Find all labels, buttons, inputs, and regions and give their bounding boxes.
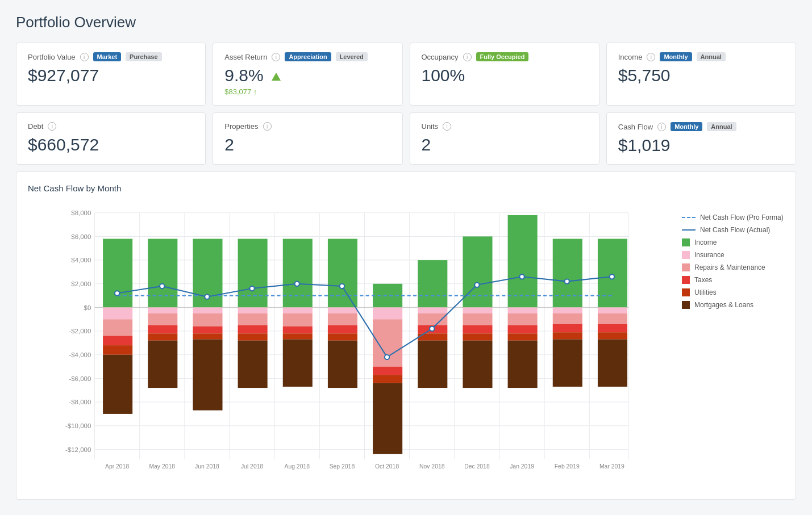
income-info-icon[interactable]: i [647,53,655,61]
bar-taxes-dec [463,325,492,334]
metrics-row-2: Debt i $660,572 Properties i 2 Units i 2… [16,112,796,165]
occupancy-header: Occupancy i Fully Occupied [422,52,588,61]
units-header: Units i [422,122,588,131]
properties-card: Properties i 2 [213,112,402,165]
legend-repairs: Repairs & Maintenance [682,263,784,271]
bar-repairs-dec [463,313,492,325]
bar-insurance-aug [283,307,313,313]
svg-text:May 2018: May 2018 [149,463,175,470]
bar-insurance-sep [328,307,357,313]
portfolio-value-header: Portfolio Value i Market Purchase [28,52,194,61]
debt-value: $660,572 [28,135,194,154]
bar-income-nov [418,260,447,307]
bar-repairs-feb [553,313,582,324]
bar-insurance-feb [553,307,582,313]
cash-flow-info-icon[interactable]: i [657,123,666,131]
portfolio-value-card: Portfolio Value i Market Purchase $927,0… [16,43,206,106]
bar-taxes-feb [553,324,582,333]
dot-may [160,284,164,288]
asset-return-label: Asset Return [224,53,267,61]
portfolio-value-info-icon[interactable]: i [80,53,89,61]
portfolio-value-badge-purchase[interactable]: Purchase [126,52,162,61]
svg-text:$0: $0 [84,304,91,311]
bar-taxes-apr [103,336,132,345]
income-header: Income i Monthly Annual [618,52,784,61]
dot-feb [565,279,569,283]
occupancy-info-icon[interactable]: i [463,53,472,61]
dot-oct [385,355,389,359]
legend-taxes-label: Taxes [694,276,712,284]
bar-taxes-sep [328,325,357,334]
income-badge-annual[interactable]: Annual [697,52,726,61]
chart-section: Net Cash Flow by Month $8,000 $6,000 $4,… [16,171,796,500]
occupancy-card: Occupancy i Fully Occupied 100% [410,43,599,106]
bar-utilities-sep [328,333,357,341]
bar-income-jul [238,239,268,308]
bar-repairs-nov [418,313,447,325]
legend-income-color [682,238,690,246]
svg-text:$8,000: $8,000 [71,210,91,216]
chart-svg: $8,000 $6,000 $4,000 $2,000 $0 -$2,000 -… [28,202,673,486]
bar-utilities-oct [373,375,402,383]
debt-header: Debt i [28,122,194,131]
bar-insurance-nov [418,307,447,313]
asset-return-value: 9.8% [224,66,390,85]
bar-utilities-aug [283,333,313,339]
bar-income-mar [598,239,627,308]
chart-title: Net Cash Flow by Month [28,183,784,193]
svg-text:Feb 2019: Feb 2019 [555,463,580,470]
occupancy-badge-fully-occupied[interactable]: Fully Occupied [476,52,529,61]
legend-income: Income [682,238,784,246]
asset-return-badge-appreciation[interactable]: Appreciation [285,52,331,61]
cash-flow-badge-monthly[interactable]: Monthly [671,122,702,131]
bar-utilities-jul [238,333,268,341]
portfolio-value-badge-market[interactable]: Market [93,52,121,61]
dot-jul [249,286,254,291]
dot-sep [340,284,344,288]
cash-flow-card: Cash Flow i Monthly Annual $1,019 [606,112,796,165]
occupancy-value: 100% [422,66,588,85]
bar-utilities-dec [463,333,492,341]
legend-income-label: Income [694,238,717,246]
asset-return-badge-levered[interactable]: Levered [336,52,368,61]
asset-return-info-icon[interactable]: i [272,53,280,61]
legend-actual: Net Cash Flow (Actual) [682,226,784,234]
chart-container: $8,000 $6,000 $4,000 $2,000 $0 -$2,000 -… [28,202,784,488]
bar-income-apr [103,239,132,308]
debt-card: Debt i $660,572 [16,112,206,165]
svg-text:Apr 2018: Apr 2018 [105,463,129,470]
units-info-icon[interactable]: i [443,122,451,131]
units-value: 2 [422,135,588,154]
bar-repairs-aug [283,313,313,326]
bar-utilities-feb [553,332,582,340]
bar-mortgages-dec [463,341,492,388]
properties-label: Properties [224,122,258,131]
units-card: Units i 2 [410,112,599,165]
asset-return-triangle-icon [272,73,281,81]
cash-flow-value: $1,019 [618,136,784,155]
legend-utilities: Utilities [682,288,784,296]
asset-return-card: Asset Return i Appreciation Levered 9.8%… [213,43,402,106]
dot-apr [115,291,119,295]
bar-mortgages-mar [598,340,627,387]
svg-text:Dec 2018: Dec 2018 [464,463,490,470]
metrics-row-1: Portfolio Value i Market Purchase $927,0… [16,43,796,106]
legend-mortgages-color [682,301,690,309]
bar-income-dec [463,236,492,307]
legend-repairs-label: Repairs & Maintenance [694,263,765,271]
cash-flow-badge-annual[interactable]: Annual [707,122,736,131]
debt-info-icon[interactable]: i [48,122,56,131]
properties-info-icon[interactable]: i [263,122,272,131]
legend-pro-forma-label: Net Cash Flow (Pro Forma) [700,213,784,221]
bar-mortgages-jan [508,341,538,388]
dot-dec [474,283,479,287]
svg-text:-$2,000: -$2,000 [69,328,91,334]
chart-legend: Net Cash Flow (Pro Forma) Net Cash Flow … [682,202,784,488]
income-badge-monthly[interactable]: Monthly [660,52,692,61]
bar-income-aug [283,239,313,308]
bar-utilities-may [148,333,177,341]
debt-label: Debt [28,122,43,131]
income-value: $5,750 [618,66,784,85]
chart-area: $8,000 $6,000 $4,000 $2,000 $0 -$2,000 -… [28,202,673,488]
bar-taxes-jun [193,326,222,334]
